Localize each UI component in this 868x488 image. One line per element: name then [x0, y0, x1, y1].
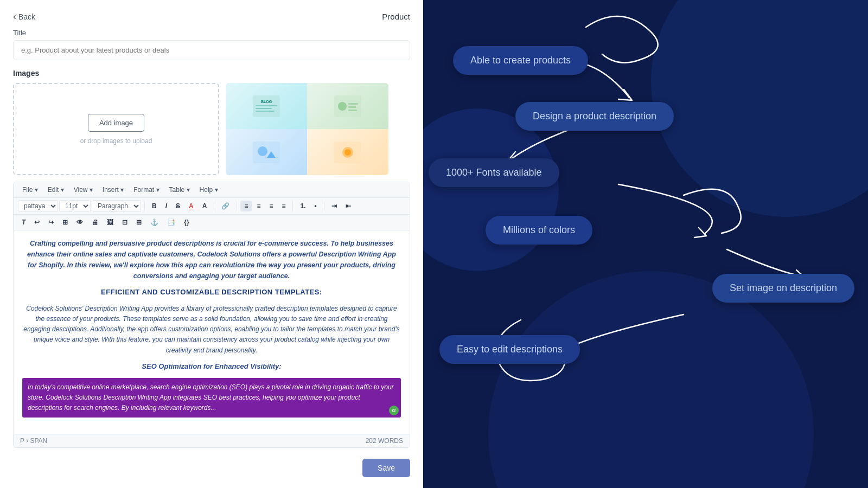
svg-rect-8 [348, 106, 356, 108]
align-center-btn[interactable]: ≡ [253, 201, 264, 211]
header-bar: Back Product [13, 11, 410, 22]
feature-pill-set-image: Set image on description [712, 274, 854, 303]
feature-pill-edit-descriptions: Easy to edit descriptions [439, 335, 580, 364]
toolbar-row2: pattaya 11pt Paragraph B I S A A 🔗 ≡ ≡ ≡… [14, 198, 410, 215]
svg-rect-3 [256, 108, 272, 109]
menu-table[interactable]: Table ▾ [165, 184, 194, 195]
feature-pill-create-products: Able to create products [453, 46, 588, 75]
image-btn[interactable]: 🖼 [103, 217, 117, 228]
ordered-list-btn[interactable]: 1. [296, 201, 309, 211]
align-justify-btn[interactable]: ≡ [278, 201, 289, 211]
indent-btn[interactable]: ⇥ [328, 201, 341, 211]
size-select[interactable]: 11pt [59, 200, 91, 212]
svg-rect-9 [348, 110, 357, 111]
align-left-btn[interactable]: ≡ [240, 201, 252, 211]
menu-insert[interactable]: Insert ▾ [98, 184, 128, 195]
highlight-btn[interactable]: A [199, 201, 211, 211]
font-color-btn[interactable]: A [185, 201, 197, 211]
editor-seo-heading: SEO Optimization for Enhanced Visibility… [22, 361, 401, 373]
link-btn[interactable]: 🔗 [218, 201, 233, 211]
grammarly-icon: G [389, 406, 399, 415]
editor-highlighted-para: In today's competitive online marketplac… [22, 378, 401, 418]
bg-circle-3 [423, 108, 559, 271]
menu-file[interactable]: File ▾ [18, 184, 42, 195]
toolbar-row3: T ↩ ↪ ⊞ 👁 🖨 🖼 ⊡ ⊞ ⚓ 📑 {} [14, 215, 410, 230]
feature-pill-fonts: 1000+ Fonts available [429, 158, 559, 187]
editor-body[interactable]: Crafting compelling and persuasive produ… [14, 230, 410, 434]
bg-circle-1 [651, 0, 868, 217]
toolbar-row1: File ▾ Edit ▾ View ▾ Insert ▾ Format ▾ T… [14, 182, 410, 198]
save-button[interactable]: Save [362, 459, 410, 477]
align-right-btn[interactable]: ≡ [265, 201, 277, 211]
product-label: Product [382, 12, 410, 21]
images-section: Images Add image or drop images to uploa… [13, 69, 410, 175]
breadcrumb: P › SPAN [20, 437, 47, 445]
highlighted-text: In today's competitive online marketplac… [28, 383, 394, 412]
svg-point-11 [258, 146, 267, 156]
drop-text: or drop images to upload [80, 137, 152, 145]
word-count: 202 WORDS [366, 437, 403, 445]
italic-small-btn[interactable]: T [18, 217, 29, 228]
menu-edit[interactable]: Edit ▾ [43, 184, 68, 195]
preview-cell-4 [307, 129, 388, 175]
table-btn[interactable]: ⊞ [59, 217, 72, 228]
save-btn-wrapper: Save [13, 459, 410, 477]
svg-point-15 [344, 149, 351, 156]
image-preview: BLOG [226, 83, 388, 175]
right-panel: Able to create products Design a product… [423, 0, 868, 488]
bg-circle-2 [488, 271, 814, 488]
menu-format[interactable]: Format ▾ [129, 184, 163, 195]
separator-3 [237, 201, 237, 211]
title-input[interactable] [13, 40, 410, 60]
code-btn[interactable]: {} [180, 217, 193, 228]
redo-btn[interactable]: ↪ [44, 217, 58, 228]
editor-footer: P › SPAN 202 WORDS [14, 434, 410, 447]
editor-section-heading: Efficient and Customizable Description T… [22, 287, 401, 298]
svg-point-6 [338, 102, 347, 111]
back-button[interactable]: Back [13, 11, 35, 22]
separator-4 [292, 201, 293, 211]
bold-btn[interactable]: B [148, 201, 161, 211]
editor-para-main: Crafting compelling and persuasive produ… [22, 238, 401, 281]
embed-btn[interactable]: ⊡ [118, 217, 131, 228]
strikethrough-btn[interactable]: S [172, 201, 184, 211]
table2-btn[interactable]: ⊞ [132, 217, 145, 228]
italic-btn[interactable]: I [162, 201, 171, 211]
outdent-btn[interactable]: ⇤ [342, 201, 355, 211]
editor-para-body: Codelock Solutions' Description Writing … [22, 304, 401, 356]
feature-pill-colors: Millions of colors [486, 216, 592, 245]
svg-rect-2 [256, 105, 277, 106]
editor-container: File ▾ Edit ▾ View ▾ Insert ▾ Format ▾ T… [13, 182, 410, 448]
svg-rect-7 [348, 103, 358, 105]
style-select[interactable]: Paragraph [92, 200, 141, 212]
title-section: Title [13, 29, 410, 60]
upload-box[interactable]: Add image or drop images to upload [13, 83, 219, 175]
images-row: Add image or drop images to upload BLOG [13, 83, 410, 175]
separator-1 [144, 201, 145, 211]
bookmark-btn[interactable]: 📑 [163, 217, 179, 228]
feature-pill-design-description: Design a product description [515, 102, 674, 131]
undo-btn[interactable]: ↩ [30, 217, 43, 228]
menu-view[interactable]: View ▾ [69, 184, 97, 195]
unordered-list-btn[interactable]: • [310, 201, 320, 211]
preview-cell-2 [307, 83, 388, 129]
preview-cell-3 [226, 129, 307, 175]
font-select[interactable]: pattaya [18, 200, 58, 212]
add-image-button[interactable]: Add image [88, 114, 144, 132]
left-panel: Back Product Title Images Add image or d… [0, 0, 423, 488]
menu-help[interactable]: Help ▾ [195, 184, 222, 195]
anchor-btn[interactable]: ⚓ [146, 217, 162, 228]
preview-btn[interactable]: 👁 [73, 217, 87, 228]
svg-text:BLOG: BLOG [261, 100, 272, 104]
print-btn[interactable]: 🖨 [88, 217, 102, 228]
separator-2 [214, 201, 214, 211]
separator-5 [324, 201, 324, 211]
preview-cell-1: BLOG [226, 83, 307, 129]
title-label: Title [13, 29, 410, 37]
images-heading: Images [13, 69, 410, 78]
svg-rect-4 [256, 111, 275, 112]
